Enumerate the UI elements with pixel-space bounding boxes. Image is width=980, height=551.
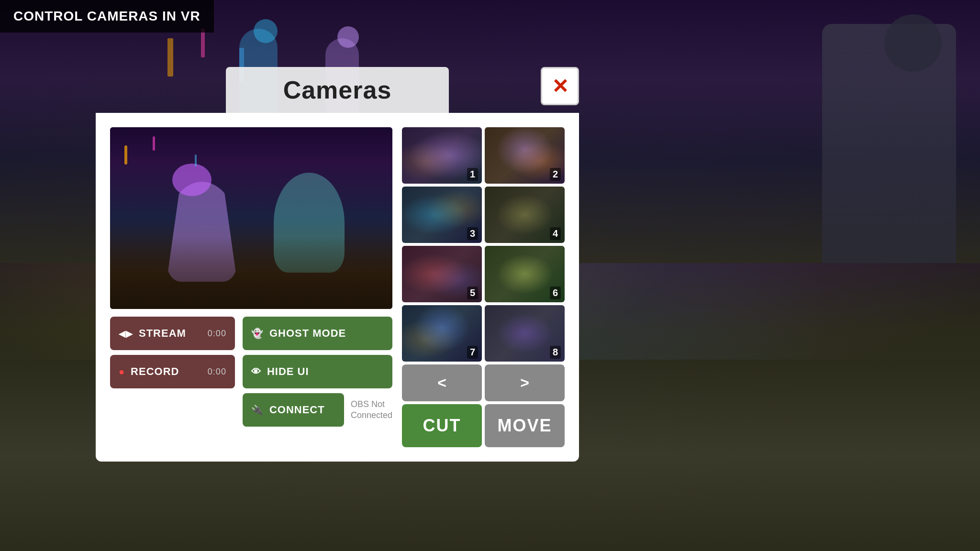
close-button[interactable]: ✕ xyxy=(541,67,579,105)
camera-2-number: 2 xyxy=(550,168,561,181)
cut-button[interactable]: CUT xyxy=(402,404,482,447)
stream-record-col: STREAM 0:00 RECORD 0:00 xyxy=(110,317,235,427)
obs-status: OBS NotConnected xyxy=(351,399,392,421)
stream-icon xyxy=(119,327,133,340)
camera-6-number: 6 xyxy=(550,287,561,299)
prev-camera-button[interactable]: < xyxy=(402,364,482,401)
hide-ui-label: HIDE UI xyxy=(267,365,309,378)
ghost-mode-label: GHOST MODE xyxy=(269,327,346,340)
left-panel: STREAM 0:00 RECORD 0:00 GHOST MODE xyxy=(110,127,392,447)
right-buttons-col: GHOST MODE HIDE UI CONNECT OBS NotConnec… xyxy=(243,317,392,427)
ghost-mode-button[interactable]: GHOST MODE xyxy=(243,317,392,350)
camera-2-thumbnail[interactable]: 2 xyxy=(485,127,565,184)
action-row: CUT MOVE xyxy=(402,404,565,447)
modal-title-bar: Cameras ✕ xyxy=(96,67,579,113)
right-panel: 1 2 3 4 5 6 7 xyxy=(402,127,565,447)
connect-row: CONNECT OBS NotConnected xyxy=(243,393,392,427)
camera-8-thumbnail[interactable]: 8 xyxy=(485,305,565,362)
main-preview xyxy=(110,127,392,309)
connect-button[interactable]: CONNECT xyxy=(243,393,344,427)
hide-ui-button[interactable]: HIDE UI xyxy=(243,355,392,388)
modal-title: Cameras xyxy=(226,67,449,113)
camera-6-thumbnail[interactable]: 6 xyxy=(485,246,565,302)
plug-icon xyxy=(251,404,264,416)
camera-5-thumbnail[interactable]: 5 xyxy=(402,246,482,302)
stream-time: 0:00 xyxy=(208,329,226,339)
camera-7-number: 7 xyxy=(467,346,478,359)
move-button[interactable]: MOVE xyxy=(485,404,565,447)
top-label: CONTROL CAMERAS IN VR xyxy=(0,0,214,33)
connect-label: CONNECT xyxy=(269,404,325,416)
nav-row: < > xyxy=(402,364,565,401)
camera-1-number: 1 xyxy=(467,168,478,181)
record-button[interactable]: RECORD 0:00 xyxy=(110,355,235,388)
eye-icon xyxy=(251,365,261,378)
record-label: RECORD xyxy=(131,365,179,378)
record-icon xyxy=(119,365,125,378)
ghost-icon xyxy=(251,327,264,340)
controls-area: STREAM 0:00 RECORD 0:00 GHOST MODE xyxy=(110,317,392,427)
camera-5-number: 5 xyxy=(467,287,478,299)
stream-button[interactable]: STREAM 0:00 xyxy=(110,317,235,350)
camera-3-number: 3 xyxy=(467,227,478,240)
camera-4-number: 4 xyxy=(550,227,561,240)
camera-grid: 1 2 3 4 5 6 7 xyxy=(402,127,565,362)
camera-4-thumbnail[interactable]: 4 xyxy=(485,187,565,243)
camera-3-thumbnail[interactable]: 3 xyxy=(402,187,482,243)
camera-7-thumbnail[interactable]: 7 xyxy=(402,305,482,362)
cameras-modal: Cameras ✕ xyxy=(96,67,579,462)
stream-label: STREAM xyxy=(139,327,186,340)
modal-body: STREAM 0:00 RECORD 0:00 GHOST MODE xyxy=(96,113,579,462)
camera-8-number: 8 xyxy=(550,346,561,359)
next-camera-button[interactable]: > xyxy=(485,364,565,401)
camera-1-thumbnail[interactable]: 1 xyxy=(402,127,482,184)
record-time: 0:00 xyxy=(208,367,226,377)
